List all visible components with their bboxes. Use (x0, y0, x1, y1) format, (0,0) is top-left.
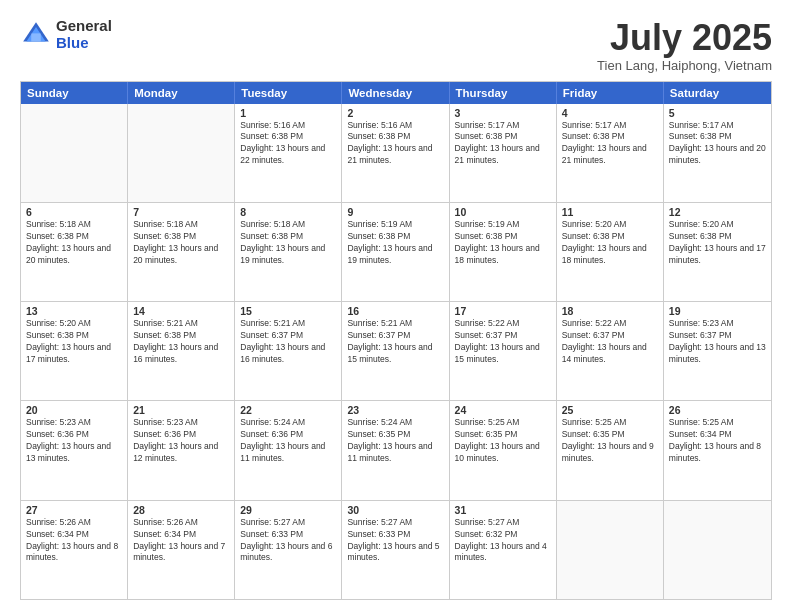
day-info: Sunrise: 5:25 AM Sunset: 6:35 PM Dayligh… (455, 417, 551, 465)
day-number: 20 (26, 404, 122, 416)
day-cell-27: 27Sunrise: 5:26 AM Sunset: 6:34 PM Dayli… (21, 501, 128, 599)
day-number: 15 (240, 305, 336, 317)
day-cell-28: 28Sunrise: 5:26 AM Sunset: 6:34 PM Dayli… (128, 501, 235, 599)
logo-general: General (56, 18, 112, 35)
header: General Blue July 2025 Tien Lang, Haipho… (20, 18, 772, 73)
calendar-row-2: 6Sunrise: 5:18 AM Sunset: 6:38 PM Daylig… (21, 202, 771, 301)
day-number: 16 (347, 305, 443, 317)
day-number: 22 (240, 404, 336, 416)
logo-text: General Blue (56, 18, 112, 51)
day-info: Sunrise: 5:27 AM Sunset: 6:33 PM Dayligh… (240, 517, 336, 565)
day-info: Sunrise: 5:17 AM Sunset: 6:38 PM Dayligh… (669, 120, 766, 168)
day-info: Sunrise: 5:17 AM Sunset: 6:38 PM Dayligh… (562, 120, 658, 168)
day-cell-19: 19Sunrise: 5:23 AM Sunset: 6:37 PM Dayli… (664, 302, 771, 400)
day-number: 3 (455, 107, 551, 119)
day-number: 7 (133, 206, 229, 218)
empty-cell (21, 104, 128, 202)
day-cell-6: 6Sunrise: 5:18 AM Sunset: 6:38 PM Daylig… (21, 203, 128, 301)
day-info: Sunrise: 5:22 AM Sunset: 6:37 PM Dayligh… (562, 318, 658, 366)
day-info: Sunrise: 5:27 AM Sunset: 6:33 PM Dayligh… (347, 517, 443, 565)
day-info: Sunrise: 5:25 AM Sunset: 6:35 PM Dayligh… (562, 417, 658, 465)
header-wednesday: Wednesday (342, 82, 449, 104)
empty-cell (557, 501, 664, 599)
day-cell-29: 29Sunrise: 5:27 AM Sunset: 6:33 PM Dayli… (235, 501, 342, 599)
day-cell-13: 13Sunrise: 5:20 AM Sunset: 6:38 PM Dayli… (21, 302, 128, 400)
day-cell-17: 17Sunrise: 5:22 AM Sunset: 6:37 PM Dayli… (450, 302, 557, 400)
day-cell-4: 4Sunrise: 5:17 AM Sunset: 6:38 PM Daylig… (557, 104, 664, 202)
day-number: 12 (669, 206, 766, 218)
day-number: 11 (562, 206, 658, 218)
day-number: 1 (240, 107, 336, 119)
header-monday: Monday (128, 82, 235, 104)
header-thursday: Thursday (450, 82, 557, 104)
page: General Blue July 2025 Tien Lang, Haipho… (0, 0, 792, 612)
day-number: 23 (347, 404, 443, 416)
calendar-row-1: 1Sunrise: 5:16 AM Sunset: 6:38 PM Daylig… (21, 104, 771, 202)
day-cell-30: 30Sunrise: 5:27 AM Sunset: 6:33 PM Dayli… (342, 501, 449, 599)
day-number: 2 (347, 107, 443, 119)
day-info: Sunrise: 5:18 AM Sunset: 6:38 PM Dayligh… (26, 219, 122, 267)
day-number: 28 (133, 504, 229, 516)
day-info: Sunrise: 5:17 AM Sunset: 6:38 PM Dayligh… (455, 120, 551, 168)
day-number: 26 (669, 404, 766, 416)
day-info: Sunrise: 5:24 AM Sunset: 6:36 PM Dayligh… (240, 417, 336, 465)
day-cell-24: 24Sunrise: 5:25 AM Sunset: 6:35 PM Dayli… (450, 401, 557, 499)
header-tuesday: Tuesday (235, 82, 342, 104)
day-info: Sunrise: 5:27 AM Sunset: 6:32 PM Dayligh… (455, 517, 551, 565)
calendar-row-4: 20Sunrise: 5:23 AM Sunset: 6:36 PM Dayli… (21, 400, 771, 499)
day-cell-12: 12Sunrise: 5:20 AM Sunset: 6:38 PM Dayli… (664, 203, 771, 301)
day-cell-1: 1Sunrise: 5:16 AM Sunset: 6:38 PM Daylig… (235, 104, 342, 202)
day-cell-10: 10Sunrise: 5:19 AM Sunset: 6:38 PM Dayli… (450, 203, 557, 301)
day-cell-9: 9Sunrise: 5:19 AM Sunset: 6:38 PM Daylig… (342, 203, 449, 301)
day-cell-5: 5Sunrise: 5:17 AM Sunset: 6:38 PM Daylig… (664, 104, 771, 202)
day-cell-2: 2Sunrise: 5:16 AM Sunset: 6:38 PM Daylig… (342, 104, 449, 202)
day-cell-22: 22Sunrise: 5:24 AM Sunset: 6:36 PM Dayli… (235, 401, 342, 499)
day-info: Sunrise: 5:26 AM Sunset: 6:34 PM Dayligh… (133, 517, 229, 565)
day-number: 25 (562, 404, 658, 416)
day-cell-20: 20Sunrise: 5:23 AM Sunset: 6:36 PM Dayli… (21, 401, 128, 499)
day-cell-8: 8Sunrise: 5:18 AM Sunset: 6:38 PM Daylig… (235, 203, 342, 301)
day-number: 19 (669, 305, 766, 317)
day-number: 10 (455, 206, 551, 218)
day-number: 14 (133, 305, 229, 317)
day-cell-25: 25Sunrise: 5:25 AM Sunset: 6:35 PM Dayli… (557, 401, 664, 499)
day-number: 6 (26, 206, 122, 218)
calendar-body: 1Sunrise: 5:16 AM Sunset: 6:38 PM Daylig… (21, 104, 771, 599)
day-info: Sunrise: 5:20 AM Sunset: 6:38 PM Dayligh… (669, 219, 766, 267)
logo-blue: Blue (56, 35, 112, 52)
day-info: Sunrise: 5:20 AM Sunset: 6:38 PM Dayligh… (562, 219, 658, 267)
day-number: 31 (455, 504, 551, 516)
day-info: Sunrise: 5:22 AM Sunset: 6:37 PM Dayligh… (455, 318, 551, 366)
day-cell-3: 3Sunrise: 5:17 AM Sunset: 6:38 PM Daylig… (450, 104, 557, 202)
day-info: Sunrise: 5:20 AM Sunset: 6:38 PM Dayligh… (26, 318, 122, 366)
svg-rect-2 (31, 33, 41, 41)
title-block: July 2025 Tien Lang, Haiphong, Vietnam (597, 18, 772, 73)
day-cell-23: 23Sunrise: 5:24 AM Sunset: 6:35 PM Dayli… (342, 401, 449, 499)
calendar-row-3: 13Sunrise: 5:20 AM Sunset: 6:38 PM Dayli… (21, 301, 771, 400)
logo-icon (20, 19, 52, 51)
day-info: Sunrise: 5:19 AM Sunset: 6:38 PM Dayligh… (347, 219, 443, 267)
day-number: 30 (347, 504, 443, 516)
day-number: 24 (455, 404, 551, 416)
day-info: Sunrise: 5:16 AM Sunset: 6:38 PM Dayligh… (240, 120, 336, 168)
day-info: Sunrise: 5:24 AM Sunset: 6:35 PM Dayligh… (347, 417, 443, 465)
day-number: 17 (455, 305, 551, 317)
day-info: Sunrise: 5:25 AM Sunset: 6:34 PM Dayligh… (669, 417, 766, 465)
day-number: 27 (26, 504, 122, 516)
day-number: 5 (669, 107, 766, 119)
day-cell-14: 14Sunrise: 5:21 AM Sunset: 6:38 PM Dayli… (128, 302, 235, 400)
title-location: Tien Lang, Haiphong, Vietnam (597, 58, 772, 73)
day-cell-21: 21Sunrise: 5:23 AM Sunset: 6:36 PM Dayli… (128, 401, 235, 499)
calendar-header: SundayMondayTuesdayWednesdayThursdayFrid… (21, 82, 771, 104)
day-info: Sunrise: 5:23 AM Sunset: 6:36 PM Dayligh… (26, 417, 122, 465)
header-saturday: Saturday (664, 82, 771, 104)
day-number: 9 (347, 206, 443, 218)
day-number: 18 (562, 305, 658, 317)
day-cell-11: 11Sunrise: 5:20 AM Sunset: 6:38 PM Dayli… (557, 203, 664, 301)
day-info: Sunrise: 5:26 AM Sunset: 6:34 PM Dayligh… (26, 517, 122, 565)
day-info: Sunrise: 5:21 AM Sunset: 6:37 PM Dayligh… (240, 318, 336, 366)
logo: General Blue (20, 18, 112, 51)
day-number: 21 (133, 404, 229, 416)
day-number: 4 (562, 107, 658, 119)
day-info: Sunrise: 5:23 AM Sunset: 6:36 PM Dayligh… (133, 417, 229, 465)
